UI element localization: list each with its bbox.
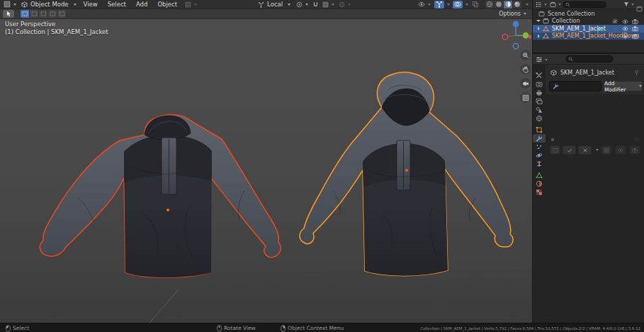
tab-render[interactable] [533, 80, 546, 89]
mouse-left-icon [6, 325, 11, 332]
shading-solid-button[interactable] [495, 1, 504, 9]
pin-icon[interactable] [633, 70, 640, 76]
tab-object[interactable] [533, 126, 546, 134]
mouse-middle-icon [217, 325, 222, 332]
ortho-toggle-control[interactable] [520, 92, 531, 103]
zoom-control[interactable] [520, 50, 531, 60]
tab-object-data[interactable] [533, 171, 546, 179]
snap-settings-dropdown[interactable] [320, 1, 337, 8]
outliner-display-mode-dropdown[interactable] [550, 1, 561, 8]
status-bar: Select Rotate View Object Context Menu C… [0, 323, 644, 332]
exclude-checkbox[interactable] [612, 18, 618, 24]
show-overlays-toggle[interactable] [451, 1, 470, 9]
viewport-scene [0, 0, 532, 323]
hide-eye-icon[interactable] [622, 26, 628, 32]
mesh-object-icon [543, 33, 549, 39]
camera-view-control[interactable] [520, 78, 531, 89]
tab-constraints[interactable] [533, 160, 546, 168]
collection-label: Collection [552, 18, 580, 24]
tab-physics[interactable] [533, 151, 546, 160]
view-perspective-label: User Perspective [5, 21, 55, 28]
expand-arrow-icon[interactable] [538, 26, 540, 31]
properties-search-input[interactable] [565, 55, 614, 62]
expand-arrow-icon[interactable] [536, 20, 541, 22]
modifier-display-toggle-2[interactable] [615, 145, 626, 155]
active-tool-button[interactable] [3, 10, 14, 18]
outliner-filter-dropdown[interactable] [623, 1, 634, 7]
search-icon [565, 2, 570, 7]
modifier-wrench-icon [553, 83, 559, 89]
viewport-nav-controls [520, 50, 531, 103]
tab-scene[interactable] [533, 106, 546, 114]
modifier-stack-area: ∷ [546, 94, 644, 323]
tool-settings-bar: Options [0, 9, 532, 19]
snap-toggle[interactable] [311, 1, 320, 8]
tab-material[interactable] [533, 179, 546, 188]
pivot-point-dropdown[interactable] [293, 1, 311, 8]
header-extra-dropdown[interactable] [182, 1, 200, 8]
breadcrumb: SKM_AEM_1_Jacket [546, 67, 644, 77]
show-gizmos-toggle[interactable] [433, 1, 451, 9]
modifier-extras-dropdown[interactable] [596, 149, 599, 151]
disable-render-icon[interactable] [632, 33, 638, 40]
select-mode-subtract[interactable] [39, 10, 48, 18]
hint-select: Select [6, 323, 29, 332]
select-mode-extend[interactable] [30, 10, 39, 18]
viewport-options-dropdown[interactable]: Options [499, 11, 532, 17]
outliner-row-jacket[interactable]: SKM_AEM_1_Jacket [533, 25, 644, 33]
properties-editor: SKM_AEM_1_Jacket Add Modifier ∷ [533, 54, 644, 323]
hide-eye-icon[interactable] [622, 18, 628, 25]
menu-object[interactable]: Object [152, 0, 182, 9]
viewport-3d[interactable]: Object Mode View Select Add Object Local [0, 0, 533, 323]
select-mode-intersect[interactable] [57, 10, 67, 18]
modifier-apply-toggle[interactable] [563, 145, 576, 155]
search-icon [568, 57, 573, 62]
modifier-type-field[interactable] [549, 81, 601, 92]
disable-render-icon[interactable] [632, 26, 638, 32]
tab-particles[interactable] [533, 143, 546, 151]
shading-material-button[interactable] [504, 1, 513, 9]
shading-dropdown[interactable] [522, 4, 532, 6]
menu-select[interactable]: Select [103, 0, 131, 9]
tab-output[interactable] [533, 89, 546, 97]
outliner-editor: Scene Collection Collection SKM_AEM_1_Ja… [533, 0, 644, 52]
outliner-editor-type-button[interactable] [536, 1, 547, 8]
mode-label: Object Mode [28, 0, 71, 9]
hide-eye-icon[interactable] [622, 33, 628, 40]
gizmo-y-axis [523, 33, 529, 39]
disable-render-icon[interactable] [632, 18, 638, 25]
shading-rendered-button[interactable] [513, 1, 522, 9]
outliner-row-scene-collection[interactable]: Scene Collection [533, 10, 644, 18]
modifier-remove-button[interactable] [578, 145, 592, 155]
properties-editor-type-button[interactable] [536, 56, 548, 63]
hint-context-menu: Object Context Menu [281, 323, 344, 332]
outliner-row-jacket-hooddown[interactable]: SKM_AEM_1_Jacket_HoodDown [533, 33, 644, 40]
modifier-editmode-toggle[interactable] [550, 145, 560, 155]
tab-tool[interactable] [533, 71, 546, 79]
add-modifier-button[interactable]: Add Modifier [604, 81, 643, 92]
modifier-display-toggle-1[interactable] [601, 145, 612, 155]
transform-orientation-dropdown[interactable]: Local [255, 0, 293, 9]
shading-wireframe-button[interactable] [485, 1, 495, 9]
modifier-display-toggle-3[interactable] [629, 145, 640, 155]
tab-texture[interactable] [533, 188, 546, 197]
modifier-panel-handle[interactable]: ∷ [551, 137, 639, 143]
pan-control[interactable] [520, 64, 531, 74]
select-mode-invert[interactable] [48, 10, 57, 18]
editor-type-button[interactable] [0, 1, 19, 8]
mode-dropdown[interactable]: Object Mode [19, 0, 79, 9]
select-mode-new[interactable] [21, 10, 30, 18]
outliner-row-collection[interactable]: Collection [533, 18, 644, 26]
tab-view-layer[interactable] [533, 97, 546, 106]
tab-world[interactable] [533, 114, 546, 123]
navigation-gizmo[interactable] [499, 18, 531, 51]
outliner-search-input[interactable] [563, 1, 606, 8]
proportional-edit-dropdown[interactable] [337, 1, 353, 8]
menu-view[interactable]: View [79, 0, 103, 9]
expand-arrow-icon[interactable] [538, 34, 540, 38]
object-visibility-dropdown[interactable] [416, 1, 433, 8]
tab-modifiers[interactable] [533, 134, 546, 143]
properties-header [533, 54, 644, 65]
xray-toggle[interactable] [470, 1, 481, 8]
menu-add[interactable]: Add [131, 0, 152, 9]
